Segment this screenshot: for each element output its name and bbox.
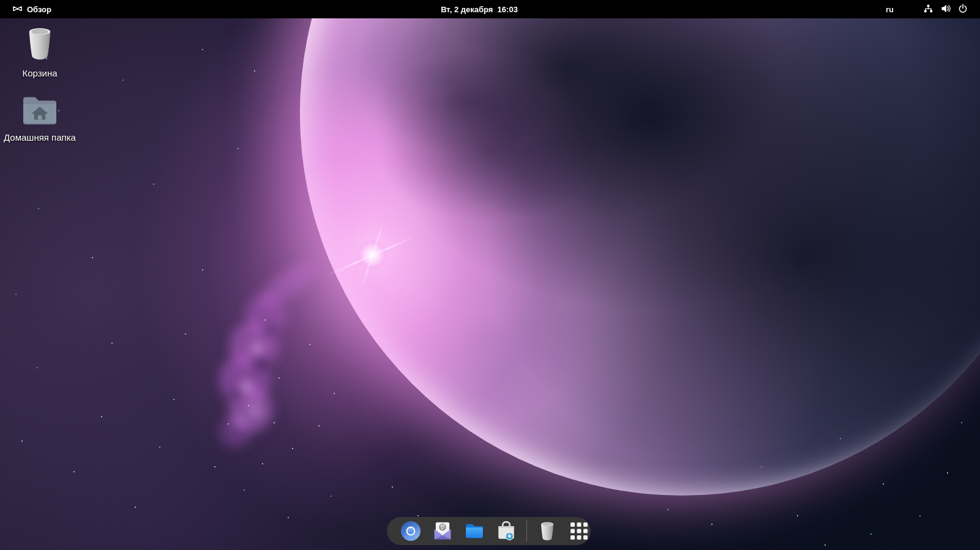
chromium-icon — [400, 521, 421, 541]
dock-item-software[interactable] — [490, 517, 522, 545]
top-bar-right: ru — [881, 2, 980, 17]
desktop-icon-trash[interactable]: Корзина — [0, 24, 80, 78]
software-bag-icon — [496, 521, 517, 541]
desktop-icon-label: Домашняя папка — [4, 132, 76, 143]
planet — [300, 0, 980, 496]
dock-item-app-grid[interactable] — [563, 517, 595, 545]
desktop-icon-label: Корзина — [22, 68, 57, 78]
wallpaper — [0, 0, 980, 550]
svg-text:@: @ — [440, 524, 445, 530]
trash-icon — [23, 24, 57, 65]
dock-item-trash[interactable] — [531, 517, 563, 545]
trash-icon — [537, 520, 557, 542]
files-folder-icon — [464, 521, 485, 541]
app-grid-icon — [570, 522, 588, 540]
volume-icon — [940, 4, 951, 15]
top-bar: Обзор Вт, 2 декабря 16:03 ru — [0, 0, 980, 18]
overview-label: Обзор — [27, 5, 51, 14]
overview-button[interactable]: Обзор — [9, 2, 55, 17]
top-bar-left: Обзор — [0, 2, 55, 17]
keyboard-layout-indicator[interactable]: ru — [881, 2, 899, 17]
power-icon — [958, 4, 968, 15]
dock-item-chromium[interactable] — [395, 517, 427, 545]
mail-icon: @ — [432, 521, 453, 541]
system-menu-button[interactable] — [919, 2, 971, 17]
clock[interactable]: Вт, 2 декабря 16:03 — [436, 2, 523, 17]
desktop-icon-home-folder[interactable]: Домашняя папка — [0, 94, 80, 143]
network-icon — [923, 4, 933, 15]
top-bar-center: Вт, 2 декабря 16:03 — [436, 0, 523, 18]
dock: @ — [387, 517, 591, 545]
dock-separator — [526, 521, 527, 541]
home-folder-icon — [21, 94, 59, 129]
dock-item-mail[interactable]: @ — [427, 517, 458, 545]
dock-item-files[interactable] — [458, 517, 490, 545]
overview-icon — [12, 4, 23, 14]
